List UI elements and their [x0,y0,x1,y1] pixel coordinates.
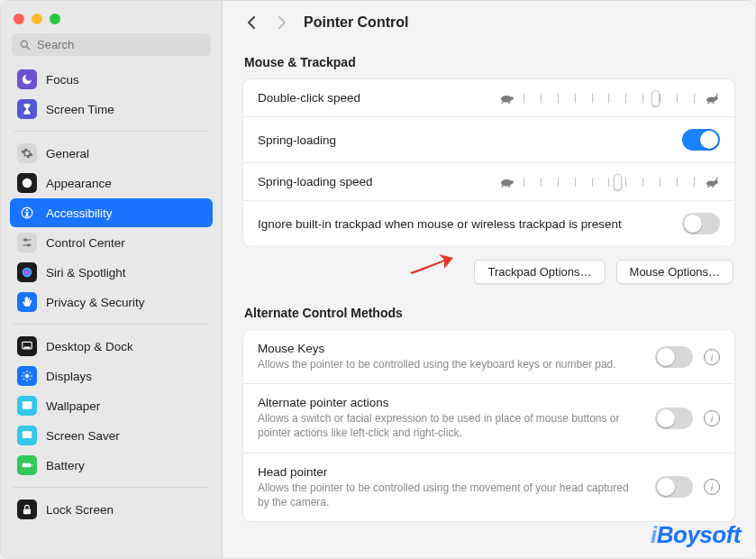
slider-thumb[interactable] [614,174,622,190]
sliders-icon [17,233,37,252]
svg-point-27 [501,96,512,103]
sidebar-item-lock-screen[interactable]: Lock Screen [10,495,213,524]
spring-loading-speed-slider[interactable] [498,176,720,188]
row-ignore-trackpad: Ignore built-in trackpad when mouse or w… [243,201,734,246]
svg-rect-38 [508,185,510,187]
sidebar-item-label: Siri & Spotlight [46,266,126,280]
desc-mouse-keys: Allows the pointer to be controlled usin… [258,357,642,371]
svg-point-4 [26,209,28,211]
label-mouse-keys: Mouse Keys [258,342,642,355]
options-button-row: Trackpad Options… Mouse Options… [242,247,735,289]
svg-line-1 [27,46,30,49]
sidebar-item-label: Accessibility [46,206,113,220]
sidebar-item-desktop-dock[interactable]: Desktop & Dock [10,332,213,361]
svg-rect-30 [508,101,510,103]
close-button[interactable] [14,14,24,24]
sidebar-item-label: Appearance [46,177,112,190]
spring-loading-toggle[interactable] [682,129,720,151]
alternate-pointer-toggle[interactable] [655,408,693,429]
sidebar-item-focus[interactable]: Focus [10,65,213,94]
svg-rect-37 [502,185,504,187]
sidebar-item-label: Desktop & Dock [46,340,133,353]
sidebar-item-accessibility[interactable]: Accessibility [10,198,213,227]
label-head-pointer: Head pointer [258,465,642,479]
mouse-options-button[interactable]: Mouse Options… [616,260,733,284]
desc-alternate-pointer-actions: Allows a switch or facial expression to … [258,411,642,440]
sidebar-item-control-center[interactable]: Control Center [10,228,213,257]
section-title-mouse-trackpad: Mouse & Trackpad [244,55,733,69]
fullscreen-button[interactable] [50,14,60,24]
row-alternate-pointer-actions: Alternate pointer actions Allows a switc… [243,384,734,453]
svg-point-7 [24,239,26,241]
head-pointer-toggle[interactable] [655,476,693,498]
alternate-methods-card: Mouse Keys Allows the pointer to be cont… [242,329,735,522]
sidebar: FocusScreen TimeGeneralAppearanceAccessi… [1,1,223,558]
svg-point-12 [25,374,30,379]
sidebar-item-privacy-security[interactable]: Privacy & Security [10,288,213,316]
svg-line-19 [23,379,24,380]
row-double-click-speed: Double-click speed [243,79,734,117]
info-icon[interactable]: i [704,349,720,365]
search-input[interactable] [12,33,211,56]
label-spring-loading-speed: Spring-loading speed [258,175,486,188]
double-click-speed-slider[interactable] [498,92,720,105]
back-button[interactable] [242,14,260,32]
sidebar-divider [14,324,209,325]
mouse-keys-toggle[interactable] [655,346,693,368]
sidebar-item-wallpaper[interactable]: Wallpaper [10,391,213,420]
battery-icon [17,455,37,475]
sidebar-item-screen-time[interactable]: Screen Time [10,95,213,124]
svg-rect-25 [32,464,32,466]
svg-rect-34 [713,101,715,103]
section-title-alternate-methods: Alternate Control Methods [244,306,733,320]
sidebar-item-label: Displays [46,370,92,383]
main-pane: Pointer Control Mouse & Trackpad Double-… [223,1,755,558]
chevron-right-icon [277,15,287,30]
sidebar-item-label: General [46,147,89,160]
slider-thumb[interactable] [651,90,660,106]
arrow-annotation [408,245,455,278]
forward-button[interactable] [273,14,291,32]
row-head-pointer: Head pointer Allows the pointer to be co… [243,454,734,521]
page-title: Pointer Control [304,14,408,31]
slider-track[interactable] [524,180,695,184]
content: Mouse & Trackpad Double-click speed Spri… [223,44,755,558]
svg-point-9 [23,268,32,278]
sidebar-item-screen-saver[interactable]: Screen Saver [10,421,213,450]
sidebar-item-label: Focus [46,73,79,87]
trackpad-options-button[interactable]: Trackpad Options… [474,260,605,284]
slider-track[interactable] [524,96,695,100]
ignore-trackpad-toggle[interactable] [682,213,720,234]
sidebar-list: FocusScreen TimeGeneralAppearanceAccessi… [1,65,222,558]
svg-point-22 [24,404,26,406]
minimize-button[interactable] [32,14,42,24]
search-field[interactable] [37,38,204,51]
svg-point-35 [501,179,512,187]
svg-line-20 [30,372,31,373]
sidebar-item-label: Battery [46,459,85,472]
svg-rect-11 [24,347,31,349]
siri-icon [17,262,37,282]
svg-point-0 [21,41,27,47]
sidebar-item-label: Screen Saver [46,429,120,443]
sidebar-item-siri-spotlight[interactable]: Siri & Spotlight [10,258,213,287]
svg-point-8 [28,244,30,246]
sidebar-item-general[interactable]: General [10,139,213,168]
sidebar-item-label: Wallpaper [46,399,100,413]
appearance-icon [17,173,37,193]
sidebar-divider [14,487,209,488]
turtle-icon [498,176,515,188]
sidebar-item-label: Privacy & Security [46,296,145,309]
wallpaper-icon [17,396,37,416]
row-mouse-keys: Mouse Keys Allows the pointer to be cont… [243,330,734,384]
svg-rect-33 [708,101,710,103]
info-icon[interactable]: i [704,410,720,426]
label-alternate-pointer-actions: Alternate pointer actions [258,396,642,409]
info-icon[interactable]: i [704,479,720,495]
sidebar-item-battery[interactable]: Battery [10,451,213,480]
svg-rect-24 [23,463,31,468]
sidebar-item-displays[interactable]: Displays [10,362,213,390]
sidebar-item-appearance[interactable]: Appearance [10,169,213,197]
svg-point-36 [510,180,514,184]
dock-icon [17,336,37,356]
